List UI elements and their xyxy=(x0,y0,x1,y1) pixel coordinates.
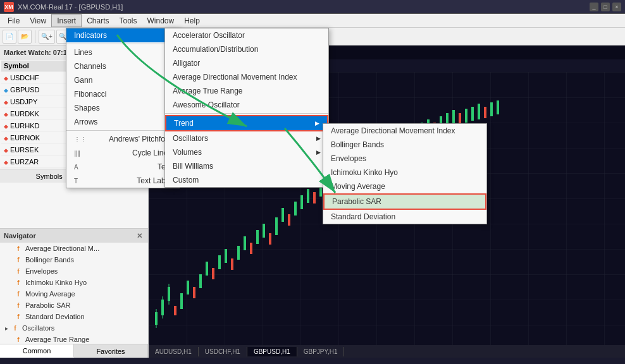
menu-separator xyxy=(66,130,179,131)
menu-view[interactable]: View xyxy=(25,14,51,27)
indicator-label: Average Directional M... xyxy=(25,245,99,252)
minimize-button[interactable]: _ xyxy=(590,3,598,11)
list-item[interactable]: ▸ f Oscillators xyxy=(0,322,148,334)
open-button[interactable]: 📂 xyxy=(18,30,32,44)
menu-separator xyxy=(66,44,179,44)
custom-item[interactable]: Custom xyxy=(165,173,328,187)
menu-insert[interactable]: Insert xyxy=(51,14,82,27)
zoom-in-button[interactable]: 🔍+ xyxy=(39,30,55,44)
list-item[interactable]: f Average Directional M... xyxy=(0,243,148,254)
window-title: XM.COM-Real 17 - [GBPUSD,H1] xyxy=(18,3,590,11)
tab-usdchf[interactable]: USDCHF,H1 xyxy=(199,347,247,356)
list-item[interactable]: f Ichimoku Kinko Hyo xyxy=(0,277,148,288)
menu-tools[interactable]: Tools xyxy=(114,14,142,27)
list-item[interactable]: f Bollinger Bands xyxy=(0,254,148,265)
trend-envelopes-item[interactable]: Envelopes xyxy=(323,152,486,166)
tab-gbpjpy[interactable]: GBPJPY,H1 xyxy=(297,347,345,356)
diamond-icon: ◆ xyxy=(4,111,8,118)
svg-rect-25 xyxy=(300,195,303,209)
text-icon: A xyxy=(74,164,78,171)
insert-menu-dropdown: Indicators ▶ Lines ▶ Channels ▶ Gann ▶ F… xyxy=(66,28,180,188)
svg-rect-6 xyxy=(180,293,183,309)
avg-directional-item[interactable]: Average Directional Movement Index xyxy=(165,70,328,84)
menu-separator xyxy=(165,113,328,114)
pitchfork-menu-item[interactable]: ⋮⋮ Andrews' Pitchfork xyxy=(66,132,179,146)
indicator-icon: f xyxy=(14,278,23,287)
list-item[interactable]: f Envelopes xyxy=(0,265,148,277)
pitchfork-icon: ⋮⋮ xyxy=(74,136,87,143)
svg-rect-26 xyxy=(307,189,309,203)
tab-gbpusd[interactable]: GBPUSD,H1 xyxy=(247,347,297,356)
lines-menu-item[interactable]: Lines ▶ xyxy=(66,46,179,59)
channels-menu-item[interactable]: Channels ▶ xyxy=(66,59,179,73)
trend-menu-item[interactable]: Trend ▶ xyxy=(165,115,328,131)
indicator-label: Ichimoku Kinko Hyo xyxy=(25,279,87,286)
tab-common[interactable]: Common xyxy=(0,344,74,358)
title-bar: XM XM.COM-Real 17 - [GBPUSD,H1] _ □ × xyxy=(0,0,625,14)
volumes-item[interactable]: Volumes ▶ xyxy=(165,145,328,159)
bill-williams-item[interactable]: Bill Williams xyxy=(165,159,328,173)
trend-bollinger-item[interactable]: Bollinger Bands xyxy=(323,138,486,152)
svg-rect-8 xyxy=(193,287,195,298)
svg-rect-21 xyxy=(275,217,278,235)
diamond-icon: ◆ xyxy=(4,123,8,130)
diamond-icon: ◆ xyxy=(4,135,8,142)
textlabel-menu-item[interactable]: T Text Label xyxy=(66,174,179,188)
trend-parabolic-sar-item[interactable]: Parabolic SAR xyxy=(323,193,486,210)
list-item[interactable]: f Average True Range xyxy=(0,334,148,344)
diamond-icon: ◆ xyxy=(4,87,8,94)
arrows-menu-item[interactable]: Arrows ▶ xyxy=(66,115,179,129)
maximize-button[interactable]: □ xyxy=(601,3,610,11)
tab-favorites[interactable]: Favorites xyxy=(74,344,148,358)
trend-submenu: Average Directional Movement Index Bolli… xyxy=(323,123,487,224)
folder-label: Oscillators xyxy=(22,324,54,332)
trend-std-dev-item[interactable]: Standard Deviation xyxy=(323,210,486,224)
cyclelines-menu-item[interactable]: ∥∥ Cycle Lines xyxy=(66,146,179,160)
navigator-close-button[interactable]: ✕ xyxy=(134,231,144,241)
indicator-label: Envelopes xyxy=(25,267,58,275)
oscillators-item[interactable]: Oscillators ▶ xyxy=(165,131,328,145)
menu-help[interactable]: Help xyxy=(179,14,205,27)
avg-true-range-item[interactable]: Average True Range xyxy=(165,84,328,98)
trend-moving-avg-item[interactable]: Moving Average xyxy=(323,179,486,193)
list-item[interactable]: f Parabolic SAR xyxy=(0,300,148,311)
svg-rect-22 xyxy=(282,208,284,222)
svg-rect-7 xyxy=(187,281,189,294)
svg-rect-9 xyxy=(199,274,202,288)
indicator-icon: f xyxy=(14,335,23,344)
menu-file[interactable]: File xyxy=(3,14,25,27)
trend-ichimoku-item[interactable]: Ichimoku Kinko Hyo xyxy=(323,166,486,179)
indicator-label: Parabolic SAR xyxy=(25,301,71,309)
indicator-icon: f xyxy=(14,267,23,276)
indicator-label: Bollinger Bands xyxy=(25,256,74,264)
menu-charts[interactable]: Charts xyxy=(82,14,114,27)
list-item[interactable]: f Standard Deviation xyxy=(0,311,148,322)
fibonacci-menu-item[interactable]: Fibonacci ▶ xyxy=(66,87,179,101)
svg-rect-10 xyxy=(206,262,208,276)
indicators-label: Indicators xyxy=(74,31,107,40)
indicators-menu-item[interactable]: Indicators ▶ xyxy=(66,28,179,42)
new-chart-button[interactable]: 📄 xyxy=(3,30,16,44)
navigator: Navigator ✕ f Average Directional M... f… xyxy=(0,229,148,358)
tab-audusd[interactable]: AUDUSD,H1 xyxy=(149,347,199,356)
accum-dist-item[interactable]: Accumulation/Distribution xyxy=(165,42,328,56)
svg-rect-54 xyxy=(484,107,486,118)
awesome-item[interactable]: Awesome Oscillator xyxy=(165,98,328,112)
accelerator-item[interactable]: Accelerator Oscillator xyxy=(165,28,328,42)
gann-menu-item[interactable]: Gann ▶ xyxy=(66,73,179,87)
alligator-item[interactable]: Alligator xyxy=(165,56,328,70)
navigator-header: Navigator ✕ xyxy=(0,229,148,243)
shapes-menu-item[interactable]: Shapes ▶ xyxy=(66,101,179,115)
svg-rect-17 xyxy=(250,243,252,254)
text-menu-item[interactable]: A Text xyxy=(66,160,179,174)
trend-label: Trend xyxy=(174,119,194,128)
diamond-icon: ◆ xyxy=(4,147,8,154)
indicator-label: Average True Range xyxy=(25,336,89,343)
list-item[interactable]: f Moving Average xyxy=(0,288,148,300)
app-icon: XM xyxy=(4,2,14,12)
trend-avg-directional-item[interactable]: Average Directional Movement Index xyxy=(323,124,486,138)
submenu-arrow-icon: ▶ xyxy=(316,135,321,142)
diamond-icon: ◆ xyxy=(4,75,8,82)
close-button[interactable]: × xyxy=(612,3,621,11)
menu-window[interactable]: Window xyxy=(142,14,180,27)
